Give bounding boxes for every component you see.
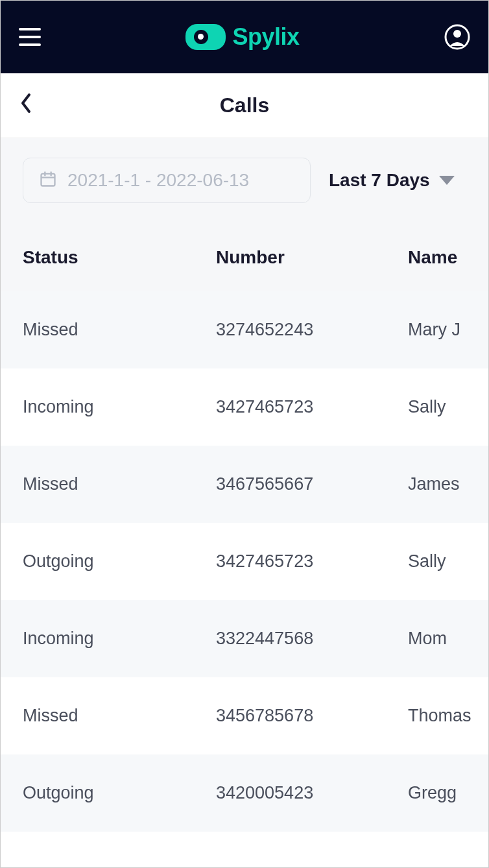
back-icon[interactable] (20, 93, 32, 119)
cell-status: Missed (23, 320, 216, 340)
svg-rect-2 (42, 174, 55, 186)
cell-name: Sally (408, 551, 466, 572)
app-header: Spylix (1, 1, 488, 73)
header-number: Number (216, 247, 408, 268)
cell-name: Gregg (408, 783, 466, 803)
header-name: Name (408, 247, 466, 268)
cell-name: Thomas (408, 706, 471, 726)
page-title: Calls (220, 93, 269, 117)
range-dropdown[interactable]: Last 7 Days (329, 170, 455, 191)
calls-table: Status Number Name Missed3274652243Mary … (1, 224, 488, 867)
table-row[interactable]: Incoming3322447568Mom (1, 600, 488, 677)
cell-number: 3274652243 (216, 320, 408, 340)
cell-name: Sally (408, 397, 466, 417)
menu-icon[interactable] (19, 28, 41, 46)
date-range-text: 2021-1-1 - 2022-06-13 (67, 170, 249, 191)
table-header: Status Number Name (1, 224, 488, 291)
cell-number: 3456785678 (216, 706, 408, 726)
table-row[interactable]: Missed3456785678Thomas (1, 677, 488, 754)
table-row[interactable]: Outgoing3420005423Gregg (1, 754, 488, 832)
range-dropdown-label: Last 7 Days (329, 170, 430, 191)
cell-name: Mary J (408, 320, 466, 340)
header-status: Status (23, 247, 216, 268)
svg-point-1 (453, 30, 461, 38)
filter-bar: 2021-1-1 - 2022-06-13 Last 7 Days (1, 138, 488, 224)
table-row[interactable]: Missed3274652243Mary J (1, 291, 488, 368)
logo-mark-icon (185, 24, 226, 50)
cell-name: Mom (408, 629, 466, 649)
cell-number: 3427465723 (216, 397, 408, 417)
cell-number: 3420005423 (216, 783, 408, 803)
table-body: Missed3274652243Mary JIncoming3427465723… (1, 291, 488, 832)
cell-status: Outgoing (23, 783, 216, 803)
cell-status: Incoming (23, 397, 216, 417)
cell-name: James (408, 474, 466, 494)
date-range-input[interactable]: 2021-1-1 - 2022-06-13 (23, 158, 311, 203)
chevron-down-icon (439, 176, 455, 185)
table-row[interactable]: Incoming3427465723Sally (1, 368, 488, 446)
cell-status: Missed (23, 706, 216, 726)
table-row[interactable]: Outgoing3427465723Sally (1, 523, 488, 600)
table-row[interactable]: Missed3467565667James (1, 446, 488, 523)
cell-status: Incoming (23, 629, 216, 649)
cell-number: 3467565667 (216, 474, 408, 494)
cell-status: Missed (23, 474, 216, 494)
brand-name: Spylix (232, 23, 299, 51)
user-profile-icon[interactable] (444, 24, 470, 50)
sub-header: Calls (1, 73, 488, 138)
cell-number: 3427465723 (216, 551, 408, 572)
calendar-icon (39, 170, 57, 191)
cell-number: 3322447568 (216, 629, 408, 649)
brand-logo[interactable]: Spylix (185, 23, 299, 51)
cell-status: Outgoing (23, 551, 216, 572)
